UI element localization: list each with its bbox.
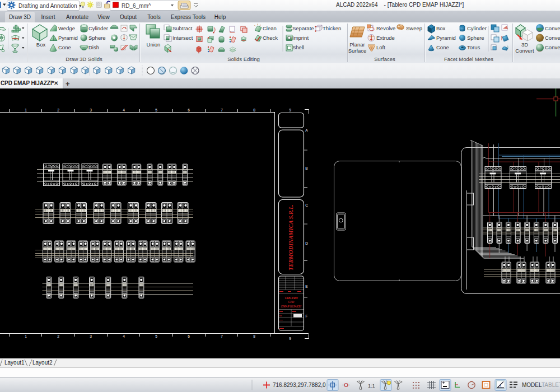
- svg-text:1: 1: [25, 334, 27, 338]
- svg-text:2: 2: [57, 108, 59, 112]
- svg-text:6: 6: [188, 334, 190, 338]
- svg-text:B: B: [305, 166, 307, 170]
- svg-text:1:1: 1:1: [368, 383, 375, 389]
- svg-text:4: 4: [123, 334, 125, 338]
- svg-text:5: 5: [155, 108, 157, 112]
- svg-text:3: 3: [90, 108, 92, 112]
- svg-text:F: F: [306, 314, 308, 318]
- svg-text:4: 4: [123, 108, 125, 112]
- svg-text:7: 7: [221, 334, 223, 338]
- svg-text:7: 7: [221, 108, 223, 112]
- svg-text:TABLERO: TABLERO: [284, 296, 298, 300]
- svg-text:TERMODINAMICA S.R.L.: TERMODINAMICA S.R.L.: [288, 204, 294, 270]
- svg-text:2: 2: [57, 334, 59, 338]
- svg-text:9: 9: [289, 108, 291, 112]
- svg-text:5: 5: [155, 334, 157, 338]
- svg-text:D: D: [305, 241, 308, 245]
- svg-text:E: E: [305, 284, 308, 288]
- svg-text:3: 3: [90, 334, 92, 338]
- svg-text:C: C: [305, 203, 308, 207]
- svg-text:8: 8: [253, 108, 255, 112]
- svg-text:CPD: CPD: [288, 300, 295, 304]
- svg-text:1: 1: [25, 108, 27, 112]
- svg-text:8: 8: [253, 334, 255, 338]
- svg-text:EMAP HIJAZZI: EMAP HIJAZZI: [281, 305, 302, 308]
- svg-text:9: 9: [289, 337, 291, 340]
- svg-text:A: A: [305, 128, 308, 132]
- svg-text:6: 6: [188, 108, 190, 112]
